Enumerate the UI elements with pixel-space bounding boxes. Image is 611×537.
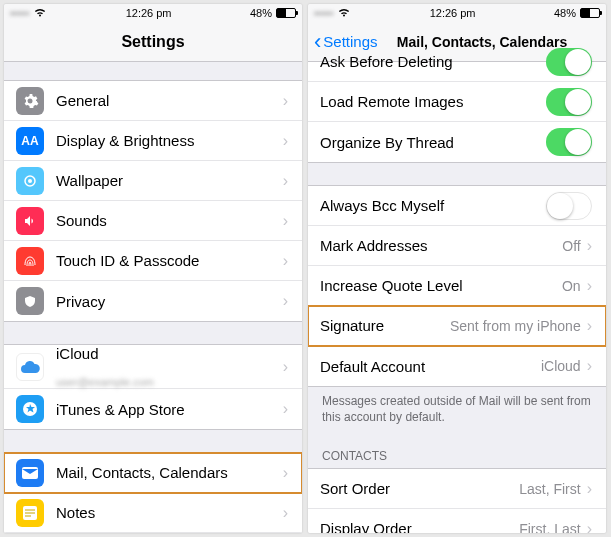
battery-pct: 48% [250,7,272,19]
chevron-right-icon: › [283,172,288,190]
chevron-right-icon: › [283,464,288,482]
chevron-right-icon: › [283,358,288,376]
chevron-right-icon: › [283,252,288,270]
row-icloud[interactable]: iCloud user@example.com › [4,345,302,389]
toggle-ask-delete[interactable] [546,48,592,76]
chevron-right-icon: › [587,357,592,375]
notes-icon [16,499,44,527]
toggle-organize[interactable] [546,128,592,156]
icloud-icon [16,353,44,381]
chevron-right-icon: › [283,504,288,522]
chevron-right-icon: › [283,132,288,150]
row-load-remote[interactable]: Load Remote Images [308,82,606,122]
chevron-right-icon: › [283,212,288,230]
row-default-account[interactable]: Default Account iCloud › [308,346,606,386]
row-sounds[interactable]: Sounds › [4,201,302,241]
row-display[interactable]: AA Display & Brightness › [4,121,302,161]
chevron-right-icon: › [587,520,592,533]
chevron-right-icon: › [587,480,592,498]
chevron-right-icon: › [587,277,592,295]
gear-icon [16,87,44,115]
wallpaper-icon [16,167,44,195]
status-time: 12:26 pm [126,7,172,19]
row-quote[interactable]: Increase Quote Level On › [308,266,606,306]
row-privacy[interactable]: Privacy › [4,281,302,321]
privacy-icon [16,287,44,315]
toggle-load-remote[interactable] [546,88,592,116]
svg-point-1 [28,179,32,183]
row-general[interactable]: General › [4,81,302,121]
carrier-blur: ••••• [314,7,333,19]
contacts-header: CONTACTS [308,431,606,468]
battery-icon [580,8,600,18]
settings-content[interactable]: General › AA Display & Brightness › Wall… [4,62,302,533]
status-bar: ••••• 12:26 pm 48% [4,4,302,22]
carrier-blur: ••••• [10,7,29,19]
chevron-right-icon: › [587,237,592,255]
chevron-right-icon: › [283,292,288,310]
status-bar: ••••• 12:26 pm 48% [308,4,606,22]
row-display-order[interactable]: Display Order First, Last › [308,509,606,533]
row-notes[interactable]: Notes › [4,493,302,533]
row-ask-delete[interactable]: Ask Before Deleting [308,42,606,82]
status-time: 12:26 pm [430,7,476,19]
battery-pct: 48% [554,7,576,19]
mail-icon [16,459,44,487]
sounds-icon [16,207,44,235]
chevron-right-icon: › [283,400,288,418]
row-mark[interactable]: Mark Addresses Off › [308,226,606,266]
nav-title: Settings [121,33,184,51]
row-appstore[interactable]: iTunes & App Store › [4,389,302,429]
row-bcc[interactable]: Always Bcc Myself [308,186,606,226]
wifi-icon [33,6,47,20]
nav-bar: Settings [4,22,302,62]
mail-settings-screen: ••••• 12:26 pm 48% ‹ Settings Mail, Cont… [308,4,606,533]
mail-content[interactable]: Ask Before Deleting Load Remote Images O… [308,42,606,533]
row-signature[interactable]: Signature Sent from my iPhone › [308,306,606,346]
chevron-right-icon: › [587,317,592,335]
row-wallpaper[interactable]: Wallpaper › [4,161,302,201]
battery-icon [276,8,296,18]
display-icon: AA [16,127,44,155]
row-organize[interactable]: Organize By Thread [308,122,606,162]
row-sort-order[interactable]: Sort Order Last, First › [308,469,606,509]
chevron-right-icon: › [283,92,288,110]
appstore-icon [16,395,44,423]
wifi-icon [337,6,351,20]
row-touchid[interactable]: Touch ID & Passcode › [4,241,302,281]
settings-screen: ••••• 12:26 pm 48% Settings General › AA… [4,4,302,533]
default-account-footer: Messages created outside of Mail will be… [308,387,606,431]
row-mail[interactable]: Mail, Contacts, Calendars › [4,453,302,493]
touchid-icon [16,247,44,275]
icloud-subtitle: user@example.com [56,376,154,388]
toggle-bcc[interactable] [546,192,592,220]
